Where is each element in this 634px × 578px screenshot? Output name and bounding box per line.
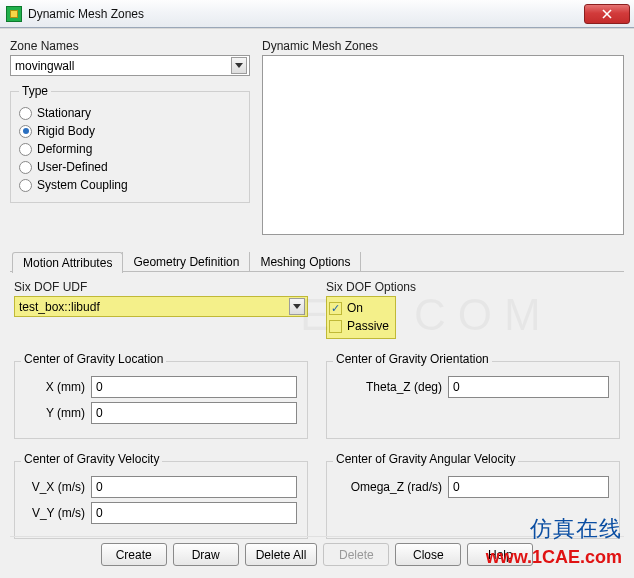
cg-angular-velocity-legend: Center of Gravity Angular Velocity	[333, 452, 518, 466]
tab-content-motion: Six DOF UDF test_box::libudf Six DOF Opt…	[10, 272, 624, 543]
button-row: Create Draw Delete All Delete Close Help	[10, 536, 624, 572]
omega-z-input[interactable]	[448, 476, 609, 498]
group-cg-location: Center of Gravity Location X (mm) Y (mm)	[14, 361, 308, 439]
radio-rigid-body-label: Rigid Body	[37, 124, 95, 138]
radio-system-coupling[interactable]	[19, 179, 32, 192]
cg-orientation-legend: Center of Gravity Orientation	[333, 352, 492, 366]
checkbox-on-label: On	[347, 301, 363, 315]
y-label: Y (mm)	[25, 406, 85, 420]
close-button[interactable]: Close	[395, 543, 461, 566]
six-dof-options-label: Six DOF Options	[326, 280, 620, 294]
checkbox-passive[interactable]	[329, 320, 342, 333]
vx-label: V_X (m/s)	[25, 480, 85, 494]
six-dof-udf-dropdown[interactable]: test_box::libudf	[14, 296, 308, 317]
x-label: X (mm)	[25, 380, 85, 394]
create-button[interactable]: Create	[101, 543, 167, 566]
window-title: Dynamic Mesh Zones	[28, 7, 144, 21]
six-dof-udf-value: test_box::libudf	[19, 300, 289, 314]
omega-z-label: Omega_Z (rad/s)	[337, 480, 442, 494]
vx-input[interactable]	[91, 476, 297, 498]
delete-all-button[interactable]: Delete All	[245, 543, 318, 566]
radio-stationary-label: Stationary	[37, 106, 91, 120]
checkbox-on[interactable]	[329, 302, 342, 315]
group-cg-orientation: Center of Gravity Orientation Theta_Z (d…	[326, 361, 620, 439]
radio-user-defined-label: User-Defined	[37, 160, 108, 174]
delete-button: Delete	[323, 543, 389, 566]
zone-names-label: Zone Names	[10, 39, 250, 53]
zone-names-value: movingwall	[15, 59, 231, 73]
x-input[interactable]	[91, 376, 297, 398]
chevron-down-icon	[289, 298, 305, 315]
cg-velocity-legend: Center of Gravity Velocity	[21, 452, 162, 466]
tab-motion-attributes[interactable]: Motion Attributes	[12, 252, 123, 273]
dmz-listbox[interactable]	[262, 55, 624, 235]
radio-system-coupling-label: System Coupling	[37, 178, 128, 192]
titlebar: Dynamic Mesh Zones	[0, 0, 634, 28]
theta-z-input[interactable]	[448, 376, 609, 398]
group-cg-angular-velocity: Center of Gravity Angular Velocity Omega…	[326, 461, 620, 539]
six-dof-options-highlight: On Passive	[326, 296, 396, 339]
chevron-down-icon	[231, 57, 247, 74]
checkbox-passive-label: Passive	[347, 319, 389, 333]
radio-deforming-label: Deforming	[37, 142, 92, 156]
y-input[interactable]	[91, 402, 297, 424]
theta-z-label: Theta_Z (deg)	[337, 380, 442, 394]
close-icon	[602, 9, 612, 19]
six-dof-udf-label: Six DOF UDF	[14, 280, 308, 294]
radio-deforming[interactable]	[19, 143, 32, 156]
type-legend: Type	[19, 84, 51, 98]
dialog-body: Zone Names movingwall Type Stationary Ri…	[0, 28, 634, 578]
type-group: Type Stationary Rigid Body Deforming Use…	[10, 84, 250, 203]
app-icon	[6, 6, 22, 22]
dmz-list-label: Dynamic Mesh Zones	[262, 39, 624, 53]
window-close-button[interactable]	[584, 4, 630, 24]
tab-meshing-options[interactable]: Meshing Options	[249, 252, 361, 272]
zone-names-dropdown[interactable]: movingwall	[10, 55, 250, 76]
radio-user-defined[interactable]	[19, 161, 32, 174]
tabstrip: Motion Attributes Geometry Definition Me…	[10, 249, 624, 272]
vy-label: V_Y (m/s)	[25, 506, 85, 520]
svg-marker-2	[235, 63, 243, 68]
vy-input[interactable]	[91, 502, 297, 524]
draw-button[interactable]: Draw	[173, 543, 239, 566]
tab-geometry-definition[interactable]: Geometry Definition	[122, 252, 250, 272]
svg-marker-3	[293, 304, 301, 309]
radio-rigid-body[interactable]	[19, 125, 32, 138]
help-button[interactable]: Help	[467, 543, 533, 566]
cg-location-legend: Center of Gravity Location	[21, 352, 166, 366]
group-cg-velocity: Center of Gravity Velocity V_X (m/s) V_Y…	[14, 461, 308, 539]
radio-stationary[interactable]	[19, 107, 32, 120]
